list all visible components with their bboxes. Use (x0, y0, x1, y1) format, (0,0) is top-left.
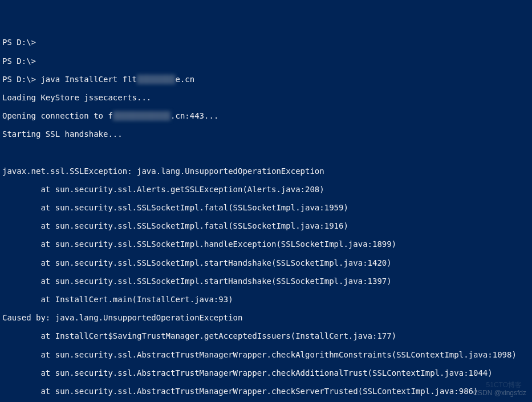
watermark-text: 51CTO博客 (486, 381, 522, 389)
output-line: Loading KeyStore jssecacerts... (2, 93, 530, 102)
stack-trace-line: at InstallCert.main(InstallCert.java:93) (2, 295, 530, 304)
stack-trace-line: at sun.security.ssl.SSLSocketImpl.startH… (2, 277, 530, 286)
stack-trace-line: at sun.security.ssl.AbstractTrustManager… (2, 350, 530, 359)
command-line: PS D:\> java InstallCert flt████████e.cn (2, 75, 530, 84)
command-suffix: e.cn (175, 75, 194, 84)
obscured-text: ████████ (137, 75, 175, 84)
stack-trace-line: at sun.security.ssl.SSLSocketImpl.fatal(… (2, 203, 530, 212)
watermark-text: CSDN @xingsfdz (473, 389, 526, 397)
prompt-line: PS D:\> (2, 56, 530, 66)
output-line: Starting SSL handshake... (2, 129, 530, 139)
stack-trace-line: at sun.security.ssl.AbstractTrustManager… (2, 368, 530, 377)
blank-line (2, 148, 530, 157)
output-text: .cn:443... (170, 111, 218, 120)
output-text: Opening connection to f (2, 111, 113, 120)
obscured-text: ████████████ (113, 111, 170, 120)
stack-trace-line: at sun.security.ssl.AbstractTrustManager… (2, 387, 530, 396)
stack-trace-line: at sun.security.ssl.SSLSocketImpl.handle… (2, 239, 530, 249)
stack-trace-line: at InstallCert$SavingTrustManager.getAcc… (2, 331, 530, 340)
prompt-line: PS D:\> (2, 38, 530, 47)
stack-trace-line: at sun.security.ssl.SSLSocketImpl.startH… (2, 258, 530, 267)
stack-trace-line: at sun.security.ssl.SSLSocketImpl.fatal(… (2, 221, 530, 230)
exception-line: javax.net.ssl.SSLException: java.lang.Un… (2, 167, 530, 176)
prompt-text: PS D:\> java InstallCert flt (2, 75, 137, 84)
output-line: Opening connection to f████████████.cn:4… (2, 111, 530, 120)
stack-trace-line: at sun.security.ssl.Alerts.getSSLExcepti… (2, 185, 530, 194)
caused-by-line: Caused by: java.lang.UnsupportedOperatio… (2, 313, 530, 322)
